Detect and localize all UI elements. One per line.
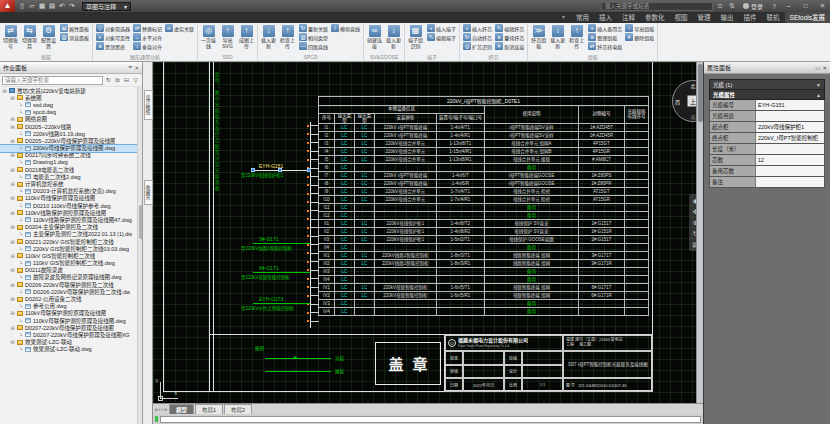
property-value[interactable] — [756, 166, 824, 176]
tree-expander-icon[interactable]: ⊟ — [10, 224, 15, 230]
ribbon-button[interactable]: ≫纤芯组缆 — [530, 24, 547, 53]
ribbon-tab[interactable]: 输出 — [716, 12, 739, 23]
ribbon-tab[interactable]: 常用 — [571, 12, 594, 23]
tree-scrollbar[interactable] — [137, 87, 142, 424]
ribbon-button[interactable]: ◐对象可见性 — [95, 33, 131, 41]
tree-item-file[interactable]: └ssd.dwg — [0, 101, 137, 108]
selection-grip[interactable] — [251, 168, 255, 172]
tree-item-file[interactable]: └主变保护及测控二次线2022.01.13 (1).dw — [0, 231, 137, 238]
view-compass[interactable]: 北 南 西 东 上 — [672, 80, 696, 122]
ribbon-tab[interactable]: 参数化 — [640, 12, 670, 23]
compass-west-label[interactable]: 西 — [675, 98, 680, 105]
tree-item-file[interactable]: └110kV GIS智能控制柜二次线.dwg — [0, 260, 137, 267]
layout-nav-arrow[interactable]: » — [164, 406, 167, 412]
ribbon-button[interactable]: ▥消息面板 — [59, 33, 90, 41]
ribbon-tab[interactable]: 联机 — [762, 12, 785, 23]
tree-item-folder[interactable]: ⊟110kV母联保护测控原理及接线图 — [0, 310, 137, 317]
tree-search-input[interactable] — [2, 76, 103, 85]
tree-item-file[interactable]: └故障录波及网络记录原理接线图.dwg — [0, 274, 137, 281]
tree-expander-icon[interactable]: ⊟ — [10, 325, 15, 331]
ribbon-button[interactable]: ↻自动纤芯 — [462, 33, 493, 41]
tree-item-file[interactable]: └D0203-计算机监控系统(交直).dwg — [0, 188, 137, 195]
canvas-vertical-scrollbar[interactable] — [696, 62, 703, 403]
help-search-input[interactable]: 键入关键字或短语 — [601, 2, 713, 11]
selection-grip[interactable] — [278, 168, 282, 172]
tree-item-file[interactable]: └110kV母联保护测控原理及接线图.dwg — [0, 317, 137, 324]
new-file-icon[interactable]: ▯ — [17, 1, 27, 11]
tree-item-folder[interactable]: ⊟D0211故障录波 — [0, 267, 137, 274]
ribbon-button[interactable]: /模拟直线 — [330, 24, 361, 32]
ribbon-button[interactable]: ≡置顶置底 — [95, 42, 131, 50]
tree-expander-icon[interactable]: ⊟ — [10, 181, 15, 187]
panel-side-tab[interactable]: 收藏夹 — [144, 180, 153, 205]
ribbon-button[interactable]: ↓载入更新 — [549, 24, 566, 53]
tree-expander-icon[interactable]: ⊟ — [10, 310, 15, 316]
property-value[interactable]: 220kV_Ⅰ母PT智能控制柜 — [756, 133, 824, 143]
tree-item-file[interactable]: └参考公用.dwg — [0, 303, 137, 310]
tree-item-folder[interactable]: ⊟110kV母线保护原理及接线图 — [0, 195, 137, 202]
ribbon-button[interactable]: ▦端子组识别 — [407, 24, 424, 53]
ribbon-button[interactable]: ⇄切换账号 — [2, 24, 19, 53]
compass-south-label[interactable]: 南 — [690, 113, 695, 120]
ribbon-button[interactable]: ⚙配置设置 — [40, 24, 57, 53]
property-value[interactable]: 220kV母线保护柜1 — [756, 122, 824, 132]
tree-item-folder[interactable]: ⊟D0205--220kV母线保护原理及接线图 — [0, 137, 137, 144]
property-value[interactable]: EYH-G151 — [756, 100, 824, 110]
ribbon-button[interactable]: ↑导出SVG — [219, 24, 236, 53]
selection-grip[interactable] — [307, 168, 311, 172]
search-icon[interactable]: ⊙ — [715, 2, 725, 10]
collapse-all-icon[interactable]: ⊟ — [122, 76, 131, 85]
ribbon-button[interactable]: ∞虚实关联 — [164, 24, 195, 32]
ribbon-button[interactable]: ▽对象筛选器 — [95, 24, 131, 32]
tree-item-folder[interactable]: ⊟计算机监控系统 — [0, 180, 137, 187]
maximize-button[interactable]: □ — [798, 0, 813, 12]
tree-item-folder[interactable]: ⊟网络总图 — [0, 116, 137, 123]
tree-item-folder[interactable]: ⊟潍坊(文昌)220kV变电站新建 — [0, 87, 137, 94]
drawing-canvas[interactable]: 说明：图中光缆联系及纤芯配置详见光缆清册 220kV_Ⅰ母PT智能控制柜_D07… — [153, 62, 696, 403]
close-button[interactable]: ✕ — [815, 0, 830, 12]
ribbon-button[interactable]: ↕垂直对齐 — [132, 42, 163, 50]
tree-expander-icon[interactable]: ⊟ — [10, 152, 15, 158]
tree-item-file[interactable]: └Drawing1.dwg — [0, 159, 137, 166]
minimize-button[interactable]: – — [781, 0, 796, 12]
tree-item-folder[interactable]: ⊟D0207-220kV母线保护原理及接线图 — [0, 324, 137, 331]
ribbon-tab[interactable]: 插入 — [594, 12, 617, 23]
cable-branch-line[interactable] — [253, 303, 310, 304]
ribbon-tab[interactable]: 管理 — [693, 12, 716, 23]
tree-expander-icon[interactable]: ⊟ — [10, 210, 15, 216]
command-input[interactable] — [160, 416, 701, 423]
refresh-icon[interactable]: ↻ — [104, 76, 113, 85]
ribbon-button[interactable]: ⇄替换标记 — [132, 24, 163, 32]
layout-tab-layout2[interactable]: 布局2 — [224, 404, 252, 414]
print-icon[interactable]: ▤ — [47, 1, 57, 11]
tree-item-file[interactable]: └220kV母线保护原理及接线图.dwg — [0, 145, 137, 152]
ribbon-button[interactable]: ↑成图上传 — [238, 24, 255, 53]
help-icon[interactable]: ? — [769, 3, 779, 10]
tree-expander-icon[interactable]: ⊟ — [10, 239, 15, 245]
ribbon-button[interactable]: ◎一次接线 — [200, 24, 217, 53]
tree-item-folder[interactable]: ⊟D0205--220kV线路 — [0, 123, 137, 130]
property-value[interactable] — [756, 111, 824, 121]
close-properties-icon[interactable]: ✕ — [822, 65, 827, 71]
tree-item-folder[interactable]: ⊟110kV GIS智能控制柜二次线 — [0, 252, 137, 259]
layout-nav-arrow[interactable]: › — [161, 406, 163, 412]
copy-icon[interactable]: ⧉ — [113, 76, 122, 85]
tree-item-file[interactable]: └110kV线路保护测控原理及接线图47.dwg — [0, 216, 137, 223]
tree-item-file[interactable]: └220kV线路01.19.dwg — [0, 130, 137, 137]
exchange-icon[interactable]: ⇅ — [727, 2, 737, 10]
ribbon-button[interactable]: ◎扩芯识别 — [462, 42, 493, 50]
property-value[interactable] — [756, 144, 824, 154]
tree-item-file[interactable]: └电能表二次线2.dwg — [0, 173, 137, 180]
ribbon-button[interactable]: ⇆切换项目 — [21, 24, 38, 53]
tree-item-folder[interactable]: ⊟D0217同步时钟系统二次线 — [0, 152, 137, 159]
ribbon-button[interactable]: ↑检查上传 — [279, 24, 296, 53]
filter-icon[interactable]: ▽ — [131, 76, 140, 85]
tree-expander-icon[interactable]: ⊟ — [10, 167, 15, 173]
tree-item-folder[interactable]: ⊟D0204-主变保护测控及二次线 — [0, 224, 137, 231]
login-button[interactable]: 登录 — [743, 2, 763, 11]
pin-icon[interactable]: ⏷ — [128, 64, 132, 71]
tree-expander-icon[interactable]: ⊟ — [10, 267, 15, 273]
auto-hide-icon[interactable]: ▭ — [815, 65, 820, 71]
ribbon-tab[interactable]: 视图 — [670, 12, 693, 23]
tree-expander-icon[interactable]: ⊟ — [10, 296, 15, 302]
